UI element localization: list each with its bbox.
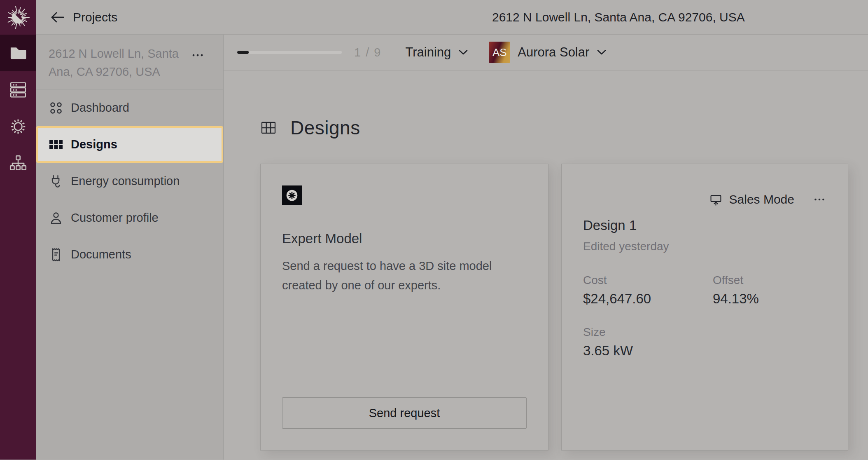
- server-rack-icon: [9, 80, 28, 99]
- chevron-down-icon: [597, 49, 607, 55]
- main-panel: 1 / 9 Training AS Aurora Solar: [224, 35, 868, 460]
- sidebar-item-dashboard[interactable]: Dashboard: [36, 89, 223, 126]
- back-label: Projects: [73, 10, 117, 24]
- send-request-button[interactable]: Send request: [282, 397, 527, 429]
- person-icon: [49, 211, 63, 225]
- design-title: Design 1: [583, 218, 826, 233]
- sidebar-item-label: Documents: [71, 248, 131, 261]
- rail-item-settings[interactable]: [0, 108, 36, 145]
- stat-value: $24,647.60: [583, 291, 713, 307]
- sitemap-icon: [9, 154, 28, 173]
- sidebar-item-energy-consumption[interactable]: Energy consumption: [36, 163, 223, 199]
- plug-icon: [49, 174, 63, 189]
- design-1-card[interactable]: Sales Mode Design 1 Edited yesterday: [561, 164, 848, 451]
- expert-model-title: Expert Model: [282, 231, 527, 246]
- project-address-header: 2612 N Lowell Ln, Santa Ana, CA 92706, U…: [492, 0, 745, 35]
- designs-content: Designs Expert Model: [224, 70, 868, 460]
- page-heading: Designs: [260, 117, 868, 139]
- training-progress-label: 1 / 9: [354, 46, 381, 59]
- expert-model-card: Expert Model Send a request to have a 3D…: [260, 164, 548, 451]
- sidebar-item-label: Dashboard: [71, 101, 129, 115]
- rail-item-library[interactable]: [0, 71, 36, 108]
- training-progress-fill: [237, 51, 249, 54]
- sidebar-item-label: Designs: [71, 138, 117, 151]
- sales-mode-label: Sales Mode: [729, 192, 794, 207]
- design-card-header: Sales Mode: [583, 191, 826, 208]
- app-body: 2612 N Lowell Ln, Santa Ana, CA 92706, U…: [0, 35, 868, 460]
- ellipsis-icon: [814, 198, 825, 201]
- sidebar-item-label: Customer profile: [71, 211, 159, 225]
- stat-label: Size: [583, 326, 713, 339]
- stat-size: Size 3.65 kW: [583, 326, 713, 359]
- stat-label: Offset: [713, 274, 826, 287]
- stat-offset: Offset 94.13%: [713, 274, 826, 307]
- grid-filled-icon: [49, 137, 63, 152]
- sales-mode-button[interactable]: Sales Mode: [709, 192, 794, 207]
- sidebar-item-documents[interactable]: Documents: [36, 236, 223, 273]
- design-options-menu-button[interactable]: [812, 195, 826, 204]
- project-address-block: 2612 N Lowell Ln, Santa Ana, CA 92706, U…: [36, 35, 223, 89]
- sidebar-item-label: Energy consumption: [71, 174, 180, 188]
- stat-label: Cost: [583, 274, 713, 287]
- account-name: Aurora Solar: [518, 45, 589, 60]
- rail-item-organization[interactable]: [0, 145, 36, 181]
- folder-icon: [9, 45, 28, 62]
- expert-model-description: Send a request to have a 3D site model c…: [282, 256, 527, 295]
- training-mode-dropdown[interactable]: Training: [405, 45, 468, 60]
- training-mode-label: Training: [405, 45, 451, 60]
- project-sidebar: 2612 N Lowell Ln, Santa Ana, CA 92706, U…: [36, 35, 224, 460]
- stat-cost: Cost $24,647.60: [583, 274, 713, 307]
- project-address-text: 2612 N Lowell Ln, Santa Ana, CA 92706, U…: [49, 47, 179, 78]
- expert-model-iconbox: [282, 185, 302, 205]
- stat-value: 94.13%: [713, 291, 826, 307]
- rail-item-projects[interactable]: [0, 35, 36, 71]
- page-title: Designs: [290, 117, 360, 139]
- stat-value: 3.65 kW: [583, 343, 713, 359]
- asterisk-circle-icon: [283, 186, 301, 204]
- chevron-down-icon: [458, 49, 468, 55]
- app-window: Projects 2612 N Lowell Ln, Santa Ana, CA…: [0, 0, 868, 460]
- design-toolbar: 1 / 9 Training AS Aurora Solar: [224, 35, 868, 70]
- design-stats: Cost $24,647.60 Offset 94.13% Size 3.65 …: [583, 274, 826, 359]
- design-edited-timestamp: Edited yesterday: [583, 240, 826, 253]
- gear-icon: [9, 117, 28, 136]
- training-progress-bar: [237, 51, 342, 54]
- sunburst-logo-icon: [5, 5, 31, 30]
- presentation-screen-icon: [709, 193, 723, 207]
- back-arrow-icon: [50, 12, 65, 23]
- top-bar: Projects 2612 N Lowell Ln, Santa Ana, CA…: [0, 0, 868, 35]
- account-avatar[interactable]: AS: [489, 42, 510, 63]
- grid-outline-icon: [260, 120, 277, 135]
- back-to-projects-button[interactable]: Projects: [50, 10, 117, 24]
- sidebar-item-customer-profile[interactable]: Customer profile: [36, 199, 223, 236]
- icon-rail: [0, 35, 36, 460]
- sidebar-item-designs[interactable]: Designs: [36, 126, 223, 163]
- aurora-logo[interactable]: [0, 0, 36, 35]
- dashboard-dots-icon: [49, 101, 63, 115]
- receipt-icon: [49, 247, 63, 262]
- design-cards-row: Expert Model Send a request to have a 3D…: [260, 164, 868, 451]
- avatar-initials: AS: [492, 46, 507, 59]
- ellipsis-icon: [192, 54, 203, 57]
- project-options-menu-button[interactable]: [189, 51, 206, 59]
- account-dropdown[interactable]: Aurora Solar: [518, 45, 607, 60]
